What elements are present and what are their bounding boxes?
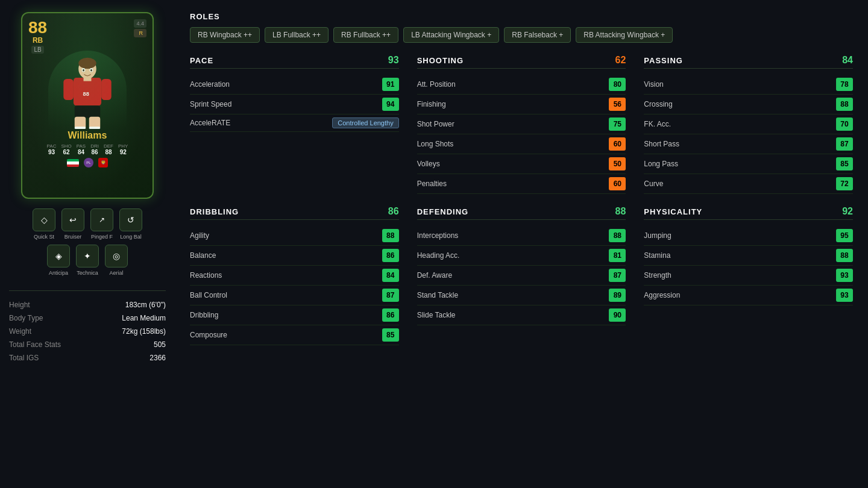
stat-interceptions: Interceptions 88 [417, 226, 626, 246]
shooting-label: SHOOTING [417, 56, 464, 65]
svg-point-1 [78, 58, 96, 69]
interceptions-value: 88 [609, 229, 626, 242]
stat-heading-acc: Heading Acc. 81 [417, 246, 626, 266]
card-position: RB [33, 36, 43, 45]
finishing-label: Finishing [417, 100, 446, 108]
face-stats-value: 505 [154, 340, 166, 349]
trait-aerial: ◎ Aerial [105, 245, 128, 276]
volleys-label: Volleys [417, 160, 440, 168]
player-card: 88 RB LB 4.4 R [21, 12, 154, 199]
trait-bruiser: ↩ Bruiser [61, 208, 84, 240]
aggression-value: 93 [836, 289, 853, 302]
stat-sprint-speed: Sprint Speed 94 [190, 95, 399, 114]
stat-jumping: Jumping 95 [644, 226, 853, 246]
acceleration-label: Acceleration [190, 80, 230, 89]
flag-icon [67, 159, 79, 167]
reactions-value: 84 [382, 269, 399, 282]
fk-acc-value: 70 [836, 117, 853, 131]
short-pass-value: 87 [836, 137, 853, 151]
accelerate-value: Controlled Lengthy [332, 117, 398, 128]
svg-rect-3 [63, 79, 74, 100]
height-label: Height [9, 301, 30, 309]
stat-curve: Curve 72 [644, 174, 853, 194]
trait-icon-anticipa: ◈ [47, 245, 70, 267]
stat-long-shots: Long Shots 60 [417, 134, 626, 154]
weight-label: Weight [9, 327, 31, 336]
role-rb-wingback[interactable]: RB Wingback ++ [190, 27, 260, 43]
shot-power-value: 75 [609, 117, 626, 131]
crossing-label: Crossing [644, 100, 672, 108]
role-rb-attacking-wingback[interactable]: RB Attacking Wingback + [576, 27, 673, 43]
right-panel: ROLES RB Wingback ++ LB Fullback ++ RB F… [175, 0, 868, 488]
dribbling-label: DRIBBLING [190, 207, 239, 216]
agility-value: 88 [382, 229, 399, 242]
passing-total: 84 [842, 55, 853, 66]
trait-label-pinged-f: Pinged F [91, 234, 113, 240]
svg-rect-9 [89, 127, 100, 129]
trait-label-long-bal: Long Bal [120, 234, 142, 240]
crossing-value: 88 [836, 98, 853, 111]
long-pass-label: Long Pass [644, 160, 678, 168]
penalties-value: 60 [609, 177, 626, 190]
trait-label-bruiser: Bruiser [64, 234, 82, 240]
att-position-value: 80 [609, 78, 626, 91]
penalties-label: Penalties [417, 180, 447, 188]
roles-section: ROLES RB Wingback ++ LB Fullback ++ RB F… [190, 12, 853, 43]
trait-icon-long-bal: ↺ [119, 208, 142, 231]
trait-icon-pinged-f: ↗ [90, 208, 113, 231]
trait-icon-aerial: ◎ [105, 245, 128, 267]
weight-value: 72kg (158lbs) [122, 327, 166, 336]
dribbling-stat-value: 86 [382, 308, 399, 322]
stat-aggression: Aggression 93 [644, 286, 853, 305]
def-aware-label: Def. Aware [417, 271, 452, 280]
balance-value: 86 [382, 249, 399, 262]
stat-att-position: Att. Position 80 [417, 75, 626, 95]
svg-point-14 [90, 69, 92, 72]
fk-acc-label: FK. Acc. [644, 120, 671, 128]
svg-rect-5 [75, 105, 100, 117]
def-aware-value: 87 [609, 269, 626, 282]
long-shots-value: 60 [609, 137, 626, 151]
curve-label: Curve [644, 180, 663, 188]
trait-label-aerial: Aerial [109, 270, 123, 276]
vision-label: Vision [644, 80, 663, 89]
defending-total: 88 [615, 206, 626, 217]
interceptions-label: Interceptions [417, 231, 459, 240]
sprint-speed-value: 94 [382, 98, 399, 111]
ball-control-label: Ball Control [190, 291, 227, 299]
trait-label-anticipa: Anticipa [49, 270, 68, 276]
igs-value: 2366 [149, 354, 166, 362]
stat-acceleration: Acceleration 91 [190, 75, 399, 95]
player-info: Height 183cm (6'0") Body Type Lean Mediu… [9, 290, 166, 364]
stat-vision: Vision 78 [644, 75, 853, 95]
aggression-label: Aggression [644, 291, 680, 299]
slide-tackle-label: Slide Tackle [417, 311, 456, 319]
stat-crossing: Crossing 88 [644, 95, 853, 114]
long-shots-label: Long Shots [417, 140, 454, 148]
stat-finishing: Finishing 56 [417, 95, 626, 114]
card-position-alt: LB [31, 46, 43, 54]
stat-stamina: Stamina 88 [644, 246, 853, 266]
stat-balance: Balance 86 [190, 246, 399, 266]
stamina-label: Stamina [644, 251, 670, 260]
role-lb-fullback[interactable]: LB Fullback ++ [265, 27, 329, 43]
stat-short-pass: Short Pass 87 [644, 134, 853, 154]
stand-tackle-value: 89 [609, 289, 626, 302]
role-rb-falseback[interactable]: RB Falseback + [504, 27, 571, 43]
stat-fk-acc: FK. Acc. 70 [644, 114, 853, 134]
defending-label: DEFENDING [417, 207, 469, 216]
physicality-category: PHYSICALITY 92 Jumping 95 Stamina 88 Str… [644, 206, 853, 345]
composure-label: Composure [190, 331, 227, 339]
slide-tackle-value: 90 [609, 308, 626, 322]
long-pass-value: 85 [836, 157, 853, 170]
passing-label: PASSING [644, 56, 683, 65]
stat-ball-control: Ball Control 87 [190, 286, 399, 305]
stat-composure: Composure 85 [190, 325, 399, 345]
jumping-label: Jumping [644, 231, 671, 240]
role-lb-attacking-wingback[interactable]: LB Attacking Wingback + [403, 27, 499, 43]
roles-title: ROLES [190, 12, 853, 21]
trait-long-bal: ↺ Long Bal [119, 208, 142, 240]
stat-stand-tackle: Stand Tackle 89 [417, 286, 626, 305]
svg-point-13 [83, 69, 84, 72]
role-rb-fullback[interactable]: RB Fullback ++ [333, 27, 398, 43]
